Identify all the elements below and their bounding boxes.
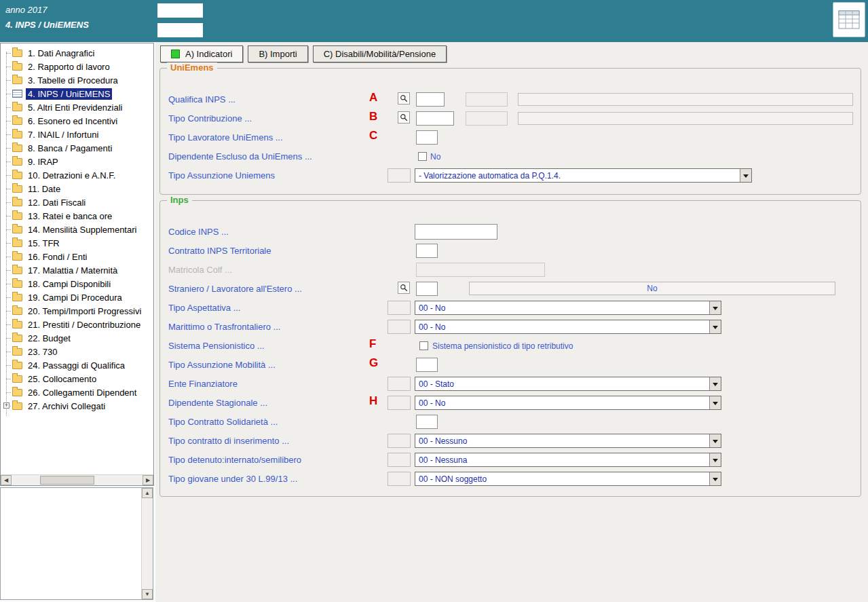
tree-item[interactable]: 21. Prestiti / Decontribuzione: [1, 318, 153, 331]
marittimo-select[interactable]: 00 - No: [415, 320, 721, 334]
tree-item[interactable]: 4. INPS / UniEMENS: [1, 87, 153, 100]
folder-icon: [12, 158, 22, 166]
straniero-lookup-button[interactable]: [398, 282, 410, 294]
tree-item-label: 4. INPS / UniEMENS: [26, 88, 112, 100]
active-tab-indicator-icon: [171, 50, 180, 58]
row-matricola-colf: Matricola Colf ...: [160, 261, 861, 280]
chevron-down-icon: [709, 434, 721, 447]
folder-icon: [12, 321, 22, 328]
tab-disabili-mobilita-pensione[interactable]: C) Disabili/Mobilità/Pensione: [313, 45, 447, 62]
tree-item[interactable]: 26. Collegamenti Dipendent: [1, 385, 153, 399]
tipo-aspettativa-select[interactable]: 00 - No: [415, 301, 721, 315]
row-tipo-assunzione-mobilita: Tipo Assunzione Mobilità ... G: [160, 356, 861, 375]
tree-item-label: 12. Dati Fiscali: [26, 197, 88, 208]
marker-b: B: [369, 110, 377, 124]
contratto-territoriale-input[interactable]: [416, 244, 438, 258]
tree-item[interactable]: 16. Fondi / Enti: [1, 250, 153, 263]
tree-item[interactable]: 9. IRAP: [1, 155, 153, 168]
aspettativa-code-field: [388, 301, 411, 315]
folder-icon: [12, 199, 22, 206]
codice-inps-input[interactable]: [415, 224, 497, 240]
magnifier-icon: [400, 94, 408, 102]
tree-item[interactable]: 22. Budget: [1, 331, 153, 345]
dipendente-stagionale-select[interactable]: 00 - No: [415, 396, 721, 410]
assunzione-mobilita-input[interactable]: [416, 358, 438, 372]
row-codice-inps: Codice INPS ...: [160, 223, 861, 242]
tab-indicatori[interactable]: A) Indicatori: [160, 45, 243, 62]
tree-item[interactable]: 13. Ratei e banca ore: [1, 209, 153, 223]
field-label: Marittimo o Trasfrontaliero ...: [168, 322, 280, 332]
tipo-lavoratore-input[interactable]: [416, 130, 438, 145]
tree-item[interactable]: 20. Tempi/Importi Progressivi: [1, 304, 153, 318]
row-tipo-lavoratore: Tipo Lavoratore UniEmens ... C: [160, 128, 861, 147]
tree-item[interactable]: 2. Rapporto di lavoro: [1, 60, 153, 73]
chevron-down-icon: [709, 377, 721, 390]
giovane-under30-select[interactable]: 00 - NON soggetto: [415, 472, 721, 486]
tree-item[interactable]: +27. Archivi Collegati: [1, 399, 153, 413]
tipo-assunzione-select[interactable]: - Valorizzazione automatica da P.Q.1.4.: [415, 168, 752, 183]
contratto-inserimento-select[interactable]: 00 - Nessuno: [415, 434, 721, 448]
row-contratto-solidarieta: Tipo Contratto Solidarietà ...: [160, 413, 861, 432]
giovane-code-field: [388, 472, 411, 486]
tree-item[interactable]: 8. Banca / Pagamenti: [1, 141, 153, 155]
scroll-right-icon[interactable]: ▶: [143, 475, 153, 485]
sistema-pensionistico-checkbox[interactable]: [419, 341, 428, 350]
header-input-1[interactable]: [157, 3, 203, 18]
tree-item[interactable]: 12. Dati Fiscali: [1, 195, 153, 209]
scroll-down-icon[interactable]: ▼: [142, 589, 153, 599]
folder-icon: [12, 63, 22, 71]
tree-item[interactable]: 6. Esonero ed Incentivi: [1, 114, 153, 128]
tree-item-label: 13. Ratei e banca ore: [26, 210, 114, 222]
header-input-2[interactable]: [157, 23, 203, 37]
straniero-code-input[interactable]: [416, 282, 438, 296]
scroll-up-icon[interactable]: ▲: [142, 488, 153, 498]
tree-item[interactable]: 5. Altri Enti Previdenziali: [1, 100, 153, 114]
field-label: Tipo Contribuzione ...: [168, 113, 252, 124]
tree-item[interactable]: 17. Malattia / Maternità: [1, 263, 153, 277]
tree-item[interactable]: 23. 730: [1, 345, 153, 358]
dipendente-escluso-checkbox[interactable]: [418, 152, 427, 161]
tree-item-label: 27. Archivi Collegati: [26, 400, 107, 412]
field-label: Ente Finanziatore: [168, 379, 238, 389]
contribuzione-lookup-button[interactable]: [398, 111, 410, 124]
row-tipo-aspettativa: Tipo Aspettativa ... 00 - No: [160, 299, 861, 318]
tree-item[interactable]: 18. Campi Disponibili: [1, 277, 153, 290]
contratto-solidarieta-input[interactable]: [416, 415, 438, 429]
tree-item[interactable]: 10. Detrazioni e A.N.F.: [1, 168, 153, 182]
sidebar: 1. Dati Anagrafici2. Rapporto di lavoro3…: [0, 43, 154, 486]
ente-finanziatore-select[interactable]: 00 - Stato: [415, 377, 721, 391]
tree-horizontal-scrollbar[interactable]: ◀ ▶: [1, 474, 153, 485]
tree-item[interactable]: 19. Campi Di Procedura: [1, 290, 153, 304]
tree-item[interactable]: 25. Collocamento: [1, 372, 153, 385]
select-value: 00 - Stato: [415, 379, 709, 389]
checkbox-label: No: [430, 152, 440, 162]
tree-item[interactable]: 1. Dati Anagrafici: [1, 46, 153, 60]
tab-importi[interactable]: B) Importi: [248, 45, 307, 62]
tree-item[interactable]: 24. Passaggi di Qualifica: [1, 358, 153, 372]
folder-icon: [12, 402, 22, 410]
scrollbar-thumb[interactable]: [40, 476, 94, 485]
chevron-down-icon: [709, 320, 721, 333]
folder-icon: [12, 375, 22, 383]
notes-panel[interactable]: ▲ ▼: [0, 487, 153, 600]
tree-item[interactable]: 15. TFR: [1, 236, 153, 250]
expander-plus-icon[interactable]: +: [3, 402, 10, 409]
notes-vertical-scrollbar[interactable]: ▲ ▼: [141, 488, 153, 599]
tree-item[interactable]: 11. Date: [1, 182, 153, 195]
scroll-left-icon[interactable]: ◀: [1, 475, 12, 485]
tree-item[interactable]: 14. Mensilità Supplementari: [1, 223, 153, 236]
folder-icon: [12, 104, 22, 111]
contribuzione-code-input[interactable]: [416, 111, 454, 126]
header: anno 2017 4. INPS / UniEMENS: [0, 0, 868, 42]
qualifica-lookup-button[interactable]: [398, 92, 410, 105]
chevron-down-icon: [709, 396, 721, 409]
qualifica-secondary-field: [466, 92, 508, 107]
qualifica-code-input[interactable]: [416, 92, 445, 107]
tipo-detenuto-select[interactable]: 00 - Nessuna: [415, 453, 721, 467]
tree-item[interactable]: 7. INAIL / Infortuni: [1, 128, 153, 141]
grid-view-button[interactable]: [833, 2, 865, 37]
tree-item[interactable]: 3. Tabelle di Procedura: [1, 73, 153, 87]
field-label: Qualifica INPS ...: [168, 94, 235, 105]
group-uniemens: UniEmens Qualifica INPS ... A: [159, 68, 861, 195]
tree-item-label: 17. Malattia / Maternità: [26, 265, 119, 276]
